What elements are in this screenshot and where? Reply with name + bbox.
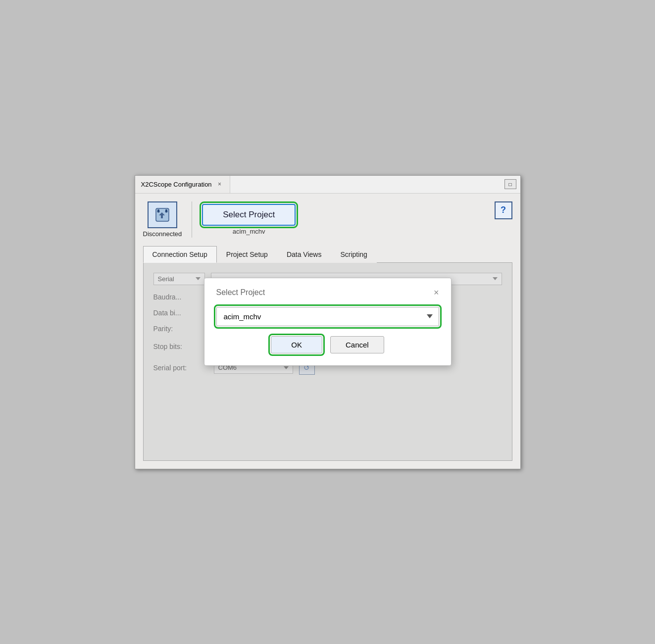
select-project-area: Select Project acim_mchv [192,204,296,235]
disconnected-label: Disconnected [143,230,182,238]
modal-project-select[interactable]: acim_mchv [216,307,439,326]
tabs-bar: Connection Setup Project Setup Data View… [143,246,512,263]
tab-connection-setup[interactable]: Connection Setup [143,246,217,263]
connection-status-area: Disconnected [143,201,193,238]
window-title: X2CScope Configuration [141,181,212,188]
help-button[interactable]: ? [495,201,512,219]
modal-title: Select Project [216,288,265,297]
modal-ok-button[interactable]: OK [271,336,322,353]
svg-rect-3 [157,209,159,212]
plug-icon [153,205,172,224]
minimize-button[interactable]: □ [504,179,516,189]
svg-rect-4 [165,209,167,212]
project-name-label: acim_mchv [233,228,265,235]
window-body: Disconnected Select Project acim_mchv ? … [135,194,520,469]
modal-buttons: OK Cancel [216,336,439,353]
modal-dropdown-wrapper: acim_mchv [216,307,439,326]
modal-close-button[interactable]: × [434,288,439,297]
tab-project-setup[interactable]: Project Setup [217,246,277,263]
modal-header: Select Project × [216,288,439,297]
title-bar-right: □ [504,179,520,189]
tab-data-views[interactable]: Data Views [277,246,331,263]
modal-overlay: Select Project × acim_mchv OK Cancel [144,263,512,460]
title-bar: X2CScope Configuration × □ [135,176,520,194]
main-content: Serial Baudra... Data bi... Parity: Stop… [143,263,512,461]
tab-close-icon[interactable]: × [216,180,224,188]
top-section: Disconnected Select Project acim_mchv ? [143,201,512,238]
select-project-button[interactable]: Select Project [202,204,296,226]
modal-cancel-button[interactable]: Cancel [330,336,384,353]
main-window: X2CScope Configuration × □ [135,175,521,469]
title-tab: X2CScope Configuration × [135,176,230,193]
select-project-modal: Select Project × acim_mchv OK Cancel [204,278,452,366]
connection-icon[interactable] [148,201,177,228]
tab-scripting[interactable]: Scripting [331,246,376,263]
minimize-icon: □ [508,182,511,187]
